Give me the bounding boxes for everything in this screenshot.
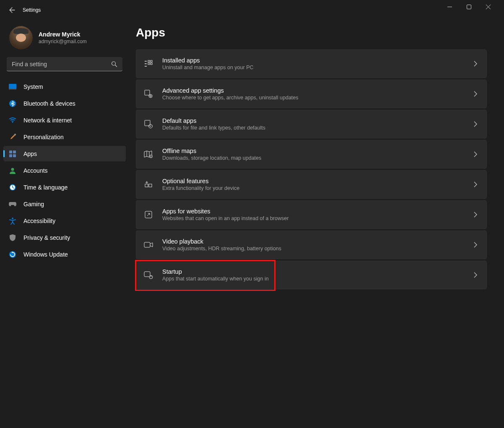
nav-label: Gaming <box>23 201 44 208</box>
shield-icon <box>8 233 17 242</box>
chevron-right-icon <box>474 121 477 127</box>
card-apps-for-websites[interactable]: Apps for websites Websites that can open… <box>136 200 487 229</box>
nav-label: Bluetooth & devices <box>23 100 75 107</box>
back-button[interactable] <box>8 5 17 15</box>
card-subtitle: Choose where to get apps, archive apps, … <box>162 95 474 101</box>
card-default-apps[interactable]: Default apps Defaults for file and link … <box>136 110 487 138</box>
settings-window: Settings Andrew Myrick admyrick@gmail.co… <box>0 0 498 422</box>
arrow-left-icon <box>9 7 16 13</box>
avatar <box>9 26 33 49</box>
close-icon <box>486 5 491 9</box>
sidebar: Andrew Myrick admyrick@gmail.com System <box>0 20 129 422</box>
svg-rect-29 <box>144 272 150 277</box>
minimize-icon <box>447 5 452 9</box>
svg-rect-7 <box>9 150 12 153</box>
page-title: Apps <box>136 26 487 39</box>
svg-point-5 <box>12 122 13 122</box>
nav-item-personalization[interactable]: Personalization <box>3 129 126 145</box>
close-button[interactable] <box>478 0 498 13</box>
card-title: Optional features <box>162 178 474 184</box>
nav-label: Windows Update <box>23 251 68 258</box>
nav-item-network[interactable]: Network & internet <box>3 112 126 128</box>
maximize-icon <box>467 5 471 9</box>
svg-rect-0 <box>467 5 471 9</box>
svg-rect-18 <box>148 63 150 65</box>
svg-rect-25 <box>145 184 148 187</box>
chevron-right-icon <box>474 61 477 67</box>
nav-item-system[interactable]: System <box>3 79 126 94</box>
nav-item-privacy[interactable]: Privacy & security <box>3 230 126 245</box>
nav-label: Accounts <box>23 167 48 174</box>
nav-item-gaming[interactable]: Gaming <box>3 196 126 212</box>
svg-rect-9 <box>9 154 12 157</box>
svg-rect-10 <box>13 154 16 157</box>
card-subtitle: Apps that start automatically when you s… <box>162 276 474 282</box>
minimize-button[interactable] <box>440 0 459 13</box>
user-account-block[interactable]: Andrew Myrick admyrick@gmail.com <box>0 23 129 57</box>
nav-item-update[interactable]: Windows Update <box>3 246 126 262</box>
wifi-icon <box>8 116 17 125</box>
person-icon <box>8 166 17 175</box>
search-input[interactable] <box>7 57 122 71</box>
system-icon <box>8 83 17 91</box>
main-panel: Apps Installed apps Uninstall and manage… <box>129 20 498 422</box>
maximize-button[interactable] <box>459 0 478 13</box>
nav-item-accounts[interactable]: Accounts <box>3 163 126 178</box>
nav-label: System <box>23 83 43 90</box>
svg-rect-16 <box>148 60 150 62</box>
user-name: Andrew Myrick <box>39 31 87 38</box>
gamepad-icon <box>8 200 17 208</box>
card-title: Offline maps <box>162 148 474 154</box>
bluetooth-icon <box>8 99 17 108</box>
card-subtitle: Downloads, storage location, map updates <box>162 155 474 161</box>
nav-item-bluetooth[interactable]: Bluetooth & devices <box>3 96 126 111</box>
chevron-right-icon <box>474 272 477 278</box>
brush-icon <box>8 133 17 141</box>
nav-label: Apps <box>23 150 37 157</box>
card-title: Installed apps <box>162 57 474 64</box>
nav-item-apps[interactable]: Apps <box>3 146 126 161</box>
content-area: Andrew Myrick admyrick@gmail.com System <box>0 20 498 422</box>
advanced-settings-icon <box>144 89 153 99</box>
nav-item-accessibility[interactable]: Accessibility <box>3 213 126 228</box>
card-optional-features[interactable]: Optional features Extra functionality fo… <box>136 170 487 199</box>
nav-label: Privacy & security <box>23 234 70 241</box>
nav-item-time[interactable]: Time & language <box>3 179 126 195</box>
svg-rect-17 <box>151 60 152 62</box>
card-title: Startup <box>162 268 474 275</box>
svg-rect-19 <box>151 63 152 65</box>
nav-list: System Bluetooth & devices Network & int… <box>0 79 129 262</box>
window-controls <box>440 0 498 17</box>
update-icon <box>8 250 17 259</box>
user-text: Andrew Myrick admyrick@gmail.com <box>39 31 87 44</box>
card-subtitle: Extra functionality for your device <box>162 185 474 191</box>
open-in-app-icon <box>144 210 153 219</box>
card-installed-apps[interactable]: Installed apps Uninstall and manage apps… <box>136 49 487 78</box>
svg-rect-28 <box>144 242 150 247</box>
chevron-right-icon <box>474 212 477 218</box>
startup-icon <box>144 270 153 280</box>
svg-rect-20 <box>145 90 150 95</box>
clock-icon <box>8 183 17 192</box>
chevron-right-icon <box>474 242 477 248</box>
chevron-right-icon <box>474 182 477 187</box>
nav-label: Accessibility <box>23 218 55 224</box>
card-title: Apps for websites <box>162 208 474 215</box>
svg-point-23 <box>149 125 153 128</box>
card-startup[interactable]: Startup Apps that start automatically wh… <box>136 261 487 289</box>
card-video-playback[interactable]: Video playback Video adjustments, HDR st… <box>136 231 487 259</box>
card-advanced-app-settings[interactable]: Advanced app settings Choose where to ge… <box>136 80 487 108</box>
map-icon <box>144 150 153 159</box>
svg-rect-3 <box>9 89 16 90</box>
svg-point-14 <box>12 218 13 219</box>
nav-label: Network & internet <box>23 117 72 124</box>
video-icon <box>144 240 153 249</box>
card-title: Video playback <box>162 238 474 245</box>
svg-rect-8 <box>13 150 16 153</box>
card-title: Default apps <box>162 117 474 124</box>
card-title: Advanced app settings <box>162 87 474 94</box>
search-wrap <box>7 57 122 71</box>
svg-point-11 <box>11 168 14 171</box>
search-icon <box>111 61 117 67</box>
card-offline-maps[interactable]: Offline maps Downloads, storage location… <box>136 140 487 169</box>
